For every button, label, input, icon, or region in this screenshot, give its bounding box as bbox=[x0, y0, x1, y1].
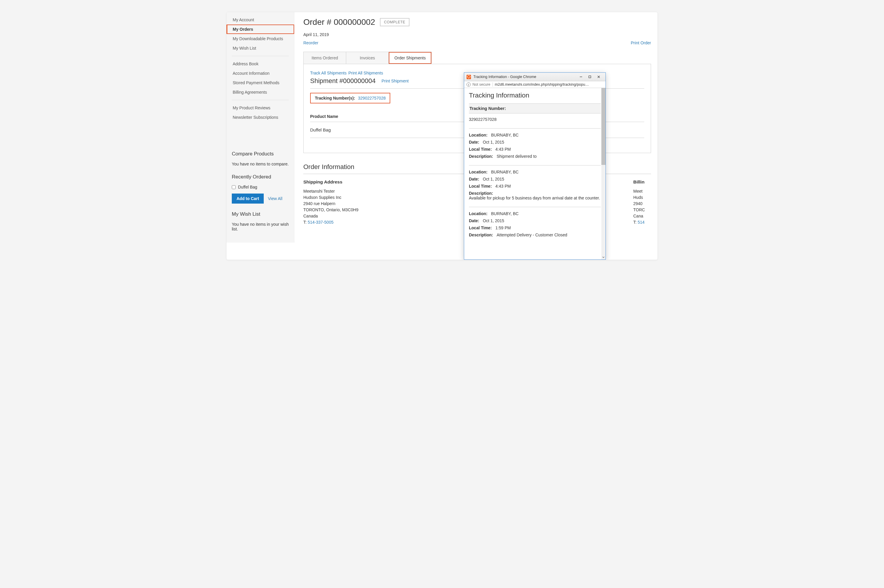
event-desc-label: Description: bbox=[469, 232, 493, 237]
tab-items-ordered[interactable]: Items Ordered bbox=[304, 52, 346, 64]
address-line: Canada bbox=[303, 213, 457, 219]
maximize-button[interactable] bbox=[585, 74, 594, 80]
info-icon[interactable]: i bbox=[466, 82, 471, 87]
tracking-number-label: Tracking Number: bbox=[469, 104, 601, 114]
recent-item-checkbox[interactable] bbox=[232, 185, 236, 189]
event-time: 1:59 PM bbox=[496, 225, 511, 230]
event-date: Oct 1, 2015 bbox=[483, 140, 504, 144]
address-line: 2940 rue Halpern bbox=[303, 201, 457, 207]
scrollbar-thumb[interactable] bbox=[601, 88, 606, 165]
reorder-link[interactable]: Reorder bbox=[303, 40, 319, 45]
event-location-label: Location: bbox=[469, 170, 487, 174]
recent-heading: Recently Ordered bbox=[232, 174, 289, 180]
phone-label: T: bbox=[303, 220, 307, 225]
event-time-label: Local Time: bbox=[469, 225, 492, 230]
shipping-address-col: Shipping Address Meetanshi Tester Hudson… bbox=[303, 179, 457, 225]
track-all-link[interactable]: Track All Shipments bbox=[310, 70, 346, 75]
event-time-label: Local Time: bbox=[469, 147, 492, 152]
page-title: Order # 000000002 bbox=[303, 17, 375, 27]
popup-titlebar[interactable]: Tracking Information - Google Chrome bbox=[464, 73, 606, 81]
tracking-event: Location:BURNABY, BC Date:Oct 1, 2015 Lo… bbox=[469, 207, 601, 244]
address-line: Meetanshi Tester bbox=[303, 188, 457, 194]
shipment-title: Shipment #000000004 bbox=[310, 77, 376, 85]
view-all-link[interactable]: View All bbox=[268, 196, 283, 201]
cell-product-name: Duffel Bag bbox=[310, 122, 477, 138]
wishlist-empty: You have no items in your wish list. bbox=[232, 222, 289, 231]
address-line: TORONTO, Ontario, M3C0H9 bbox=[303, 207, 457, 213]
event-desc-label: Description: bbox=[469, 191, 493, 196]
magento-icon bbox=[466, 75, 471, 79]
address-line: TORC bbox=[633, 207, 651, 213]
tracking-number-value: 329022757028 bbox=[469, 114, 601, 129]
popup-heading: Tracking Information bbox=[469, 92, 601, 99]
sidebar: My Account My Orders My Downloadable Pro… bbox=[227, 12, 295, 243]
event-time: 4:43 PM bbox=[496, 147, 511, 152]
status-badge: COMPLETE bbox=[380, 18, 409, 26]
tabs: Items Ordered Invoices Order Shipments bbox=[303, 52, 431, 64]
sidebar-separator bbox=[232, 56, 289, 56]
sidebar-item-my-account[interactable]: My Account bbox=[227, 15, 294, 24]
billing-address-col: Billin Meet Huds 2940 TORC Cana T: 514 bbox=[633, 179, 651, 225]
sidebar-item-newsletter[interactable]: Newsletter Subscriptions bbox=[227, 112, 294, 122]
sidebar-separator bbox=[232, 100, 289, 100]
compare-empty: You have no items to compare. bbox=[232, 162, 289, 166]
popup-content: Tracking Information Tracking Number: 32… bbox=[464, 88, 606, 260]
shipping-address-heading: Shipping Address bbox=[303, 179, 457, 184]
event-date-label: Date: bbox=[469, 140, 479, 144]
tab-order-shipments[interactable]: Order Shipments bbox=[389, 52, 431, 64]
add-to-cart-button[interactable]: Add to Cart bbox=[232, 194, 264, 204]
sidebar-item-my-orders[interactable]: My Orders bbox=[227, 24, 294, 34]
event-desc: Shipment delivered to bbox=[497, 154, 537, 159]
event-date: Oct 1, 2015 bbox=[483, 177, 504, 182]
event-date-label: Date: bbox=[469, 218, 479, 223]
print-order-link[interactable]: Print Order bbox=[631, 40, 651, 45]
svg-rect-1 bbox=[589, 76, 591, 78]
tracking-event: Location:BURNABY, BC Date:Oct 1, 2015 Lo… bbox=[469, 129, 601, 165]
page-card: My Account My Orders My Downloadable Pro… bbox=[226, 12, 658, 260]
scrollbar-down-icon[interactable] bbox=[601, 255, 606, 260]
sidebar-item-wishlist[interactable]: My Wish List bbox=[227, 44, 294, 53]
address-line: Cana bbox=[633, 213, 651, 219]
tracking-popup: Tracking Information - Google Chrome i N… bbox=[464, 72, 606, 260]
recent-item-name: Duffel Bag bbox=[238, 184, 257, 189]
event-location: BURNABY, BC bbox=[491, 170, 519, 174]
event-location: BURNABY, BC bbox=[491, 211, 519, 216]
event-location-label: Location: bbox=[469, 211, 487, 216]
sidebar-item-billing-agreements[interactable]: Billing Agreements bbox=[227, 87, 294, 97]
sidebar-item-payment[interactable]: Stored Payment Methods bbox=[227, 78, 294, 87]
billing-address-heading: Billin bbox=[633, 179, 651, 184]
event-desc: Available for pickup for 5 business days… bbox=[469, 196, 600, 200]
address-bar: i Not secure m2d6.meetanshi.com/index.ph… bbox=[464, 81, 606, 88]
event-location: BURNABY, BC bbox=[491, 133, 519, 137]
address-line: 2940 bbox=[633, 201, 651, 207]
phone-link[interactable]: 514 bbox=[638, 220, 645, 225]
event-time-label: Local Time: bbox=[469, 184, 492, 189]
not-secure-label: Not secure bbox=[472, 82, 493, 87]
tracking-number-link[interactable]: 329022757028 bbox=[358, 96, 385, 100]
address-line: Hudson Supplies Inc bbox=[303, 194, 457, 201]
event-desc: Attempted Delivery - Customer Closed bbox=[497, 232, 567, 237]
close-button[interactable] bbox=[594, 74, 603, 80]
popup-scrollbar[interactable] bbox=[601, 88, 606, 260]
tracking-box: Tracking Number(s): 329022757028 bbox=[310, 93, 390, 104]
address-line: Meet bbox=[633, 188, 651, 194]
event-date-label: Date: bbox=[469, 177, 479, 182]
event-location-label: Location: bbox=[469, 133, 487, 137]
sidebar-item-address-book[interactable]: Address Book bbox=[227, 59, 294, 69]
phone-label: T: bbox=[633, 220, 636, 225]
order-date: April 11, 2019 bbox=[303, 32, 651, 37]
popup-window-title: Tracking Information - Google Chrome bbox=[474, 75, 574, 79]
tab-invoices[interactable]: Invoices bbox=[346, 52, 389, 64]
phone-link[interactable]: 514-337-5005 bbox=[308, 220, 334, 225]
sidebar-item-account-info[interactable]: Account Information bbox=[227, 69, 294, 78]
minimize-button[interactable] bbox=[577, 74, 585, 80]
print-all-link[interactable]: Print All Shipments bbox=[348, 70, 383, 75]
print-shipment-link[interactable]: Print Shipment bbox=[381, 79, 409, 83]
address-line: Huds bbox=[633, 194, 651, 201]
sidebar-item-downloadable[interactable]: My Downloadable Products bbox=[227, 34, 294, 44]
event-time: 4:43 PM bbox=[496, 184, 511, 189]
event-desc-label: Description: bbox=[469, 154, 493, 159]
col-product-name: Product Name bbox=[310, 111, 477, 122]
sidebar-item-product-reviews[interactable]: My Product Reviews bbox=[227, 103, 294, 112]
url-text[interactable]: m2d6.meetanshi.com/index.php/shipping/tr… bbox=[495, 82, 603, 87]
